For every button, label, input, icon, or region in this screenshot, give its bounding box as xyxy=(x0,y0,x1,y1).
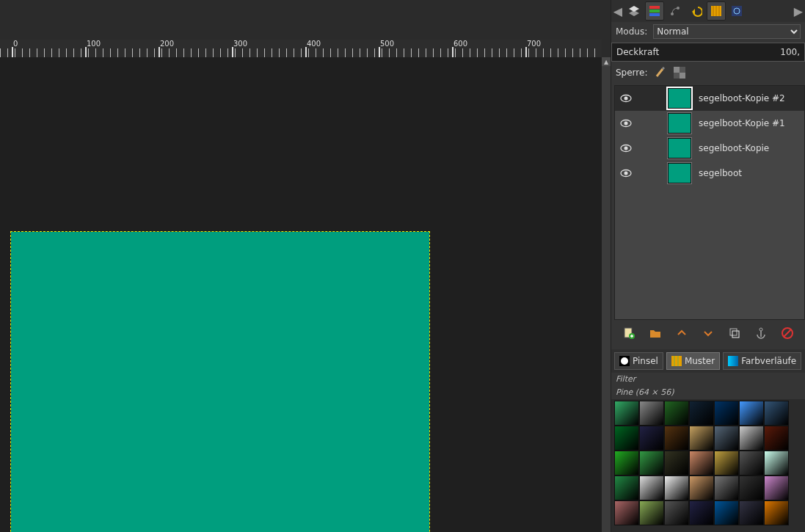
ruler-label: 400 xyxy=(307,40,321,48)
paths-tab-icon[interactable] xyxy=(666,1,685,21)
tab-gradients-label: Farbverläufe xyxy=(741,356,796,366)
svg-point-23 xyxy=(624,147,628,150)
pattern-thumb[interactable] xyxy=(764,451,789,475)
chevron-right-icon[interactable]: ▶ xyxy=(793,1,804,21)
anchor-layer-icon[interactable] xyxy=(754,326,768,340)
pattern-thumb[interactable] xyxy=(764,401,789,426)
canvas-background[interactable] xyxy=(0,57,602,532)
new-layer-icon[interactable] xyxy=(622,326,636,340)
visibility-eye-icon[interactable] xyxy=(619,92,633,105)
pattern-thumb[interactable] xyxy=(614,500,639,525)
lock-label: Sperre: xyxy=(616,68,647,78)
pattern-grid[interactable] xyxy=(611,399,805,532)
layer-thumbnail[interactable] xyxy=(668,113,691,134)
vertical-scrollbar[interactable]: ▲ xyxy=(602,57,611,532)
pattern-thumb[interactable] xyxy=(689,401,714,426)
opacity-value: 100, xyxy=(780,47,800,57)
dock-tab-strip: ◀ ▶ xyxy=(611,0,805,22)
scroll-up-icon[interactable]: ▲ xyxy=(602,57,611,66)
pattern-thumb[interactable] xyxy=(739,401,764,426)
layer-thumbnail[interactable] xyxy=(668,88,691,109)
pattern-thumb[interactable] xyxy=(639,426,664,451)
pattern-thumb[interactable] xyxy=(739,451,764,475)
pattern-thumb[interactable] xyxy=(764,500,789,525)
layer-name[interactable]: segelboot xyxy=(699,168,742,178)
pattern-thumb[interactable] xyxy=(664,401,689,426)
pattern-thumb[interactable] xyxy=(714,426,739,451)
svg-rect-17 xyxy=(680,73,685,79)
layer-name[interactable]: segelboot-Kopie xyxy=(699,143,769,153)
tab-brushes[interactable]: Pinsel xyxy=(614,352,663,370)
layer-thumbnail[interactable] xyxy=(668,163,691,183)
lower-layer-icon[interactable] xyxy=(701,326,715,340)
pattern-thumb[interactable] xyxy=(614,451,639,475)
pattern-thumb[interactable] xyxy=(664,451,689,475)
pattern-thumb[interactable] xyxy=(639,500,664,525)
visibility-eye-icon[interactable] xyxy=(619,117,633,130)
svg-rect-16 xyxy=(674,67,680,73)
lock-pixels-icon[interactable] xyxy=(655,67,666,79)
duplicate-layer-icon[interactable] xyxy=(727,326,742,340)
svg-rect-3 xyxy=(649,10,660,12)
svg-rect-38 xyxy=(728,356,738,366)
pattern-thumb[interactable] xyxy=(614,401,639,426)
pattern-thumb[interactable] xyxy=(714,401,739,426)
layer-thumbnail[interactable] xyxy=(668,138,691,158)
delete-layer-icon[interactable] xyxy=(780,326,795,340)
opacity-slider[interactable]: Deckkraft 100, xyxy=(611,43,805,62)
pattern-thumb[interactable] xyxy=(714,500,739,525)
pattern-thumb[interactable] xyxy=(739,500,764,525)
ruler-label: 500 xyxy=(380,40,394,48)
blend-mode-select[interactable]: Normal xyxy=(653,24,801,39)
layer-name[interactable]: segelboot-Kopie #1 xyxy=(699,118,785,128)
layer-row[interactable]: segelboot-Kopie #2 xyxy=(615,86,804,111)
pattern-thumb[interactable] xyxy=(614,426,639,451)
asset-tab-strip: Pinsel Muster Farbverläufe xyxy=(611,349,805,373)
tab-brushes-label: Pinsel xyxy=(633,356,658,366)
undo-history-tab-icon[interactable] xyxy=(686,1,705,21)
pattern-thumb[interactable] xyxy=(714,451,739,475)
pattern-thumb[interactable] xyxy=(689,475,714,500)
pattern-thumb[interactable] xyxy=(739,426,764,451)
pattern-thumb[interactable] xyxy=(664,500,689,525)
layer-row[interactable]: segelboot-Kopie xyxy=(615,136,804,161)
ruler-label: 0 xyxy=(13,40,18,48)
pattern-thumb[interactable] xyxy=(739,475,764,500)
pattern-thumb[interactable] xyxy=(689,500,714,525)
tab-gradients[interactable]: Farbverläufe xyxy=(723,352,801,370)
svg-rect-35 xyxy=(671,356,682,366)
pattern-thumb[interactable] xyxy=(764,475,789,500)
pattern-thumb[interactable] xyxy=(614,475,639,500)
pattern-thumb[interactable] xyxy=(639,401,664,426)
extra-tab-icon[interactable] xyxy=(727,1,746,21)
tab-patterns[interactable]: Muster xyxy=(666,352,720,370)
pattern-thumb[interactable] xyxy=(714,475,739,500)
gradient-icon xyxy=(728,356,738,366)
pattern-thumb[interactable] xyxy=(664,475,689,500)
layer-row[interactable]: segelboot-Kopie #1 xyxy=(615,111,804,136)
svg-rect-13 xyxy=(732,6,742,16)
pattern-thumb[interactable] xyxy=(689,451,714,475)
image-canvas[interactable] xyxy=(11,232,429,532)
pattern-icon xyxy=(671,356,682,366)
svg-marker-1 xyxy=(629,10,639,16)
pattern-thumb[interactable] xyxy=(764,426,789,451)
channels-tab-icon[interactable] xyxy=(645,1,664,21)
layer-name[interactable]: segelboot-Kopie #2 xyxy=(699,93,785,103)
pattern-thumb[interactable] xyxy=(639,475,664,500)
visibility-eye-icon[interactable] xyxy=(619,142,633,155)
visibility-eye-icon[interactable] xyxy=(619,167,633,180)
layer-row[interactable]: segelboot xyxy=(615,161,804,186)
layer-list[interactable]: segelboot-Kopie #2segelboot-Kopie #1sege… xyxy=(614,85,805,320)
pattern-thumb[interactable] xyxy=(689,426,714,451)
pattern-thumb[interactable] xyxy=(664,426,689,451)
layers-tab-icon[interactable] xyxy=(624,1,644,21)
layer-group-icon[interactable] xyxy=(648,326,663,340)
raise-layer-icon[interactable] xyxy=(674,326,689,340)
lock-alpha-icon[interactable] xyxy=(674,67,685,79)
chevron-left-icon[interactable]: ◀ xyxy=(613,1,623,21)
right-dock: ◀ ▶ Modus: Normal Deckkraft 100, xyxy=(611,0,805,532)
patterns-tab-icon[interactable] xyxy=(707,1,726,21)
svg-point-30 xyxy=(760,328,762,331)
pattern-thumb[interactable] xyxy=(639,451,664,475)
